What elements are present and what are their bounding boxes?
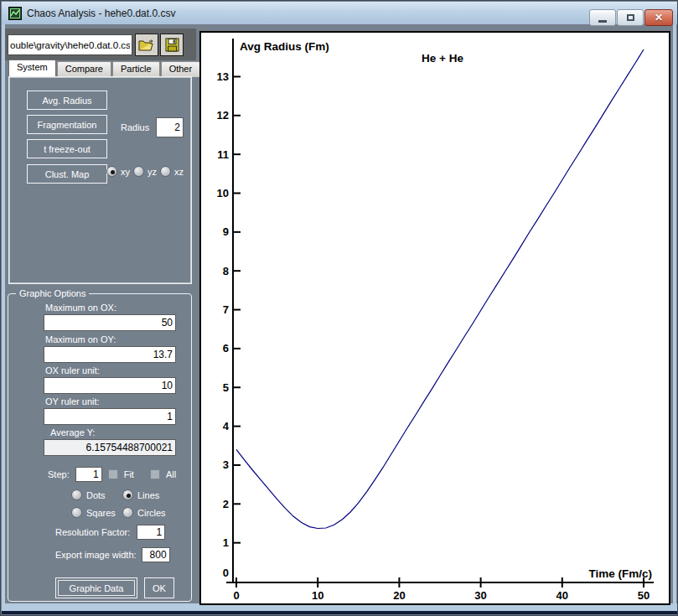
window-frame-bottom-edge bbox=[2, 611, 678, 614]
all-label: All bbox=[166, 469, 176, 479]
plane-xz-radio[interactable] bbox=[160, 166, 171, 177]
y-tick-label: 1 bbox=[223, 536, 229, 549]
lines-label: Lines bbox=[137, 490, 159, 500]
tab-compare[interactable]: Compare bbox=[57, 61, 111, 77]
open-folder-icon bbox=[138, 39, 155, 52]
average-y-field bbox=[44, 439, 176, 456]
export-width-input[interactable] bbox=[142, 547, 170, 562]
chart-svg: 01234567891011121301020304050Avg Radius … bbox=[201, 33, 669, 603]
y-tick-label: 10 bbox=[217, 187, 229, 199]
x-tick-label: 50 bbox=[638, 589, 650, 602]
max-ox-input[interactable] bbox=[44, 314, 176, 331]
dots-radio[interactable] bbox=[71, 489, 82, 500]
y-tick-label: 13 bbox=[217, 70, 229, 83]
x-tick-label: 10 bbox=[312, 589, 323, 602]
y-tick-label: 5 bbox=[223, 381, 229, 394]
export-width-label: Export image width: bbox=[55, 550, 137, 560]
minimize-button[interactable] bbox=[589, 9, 616, 26]
open-file-button[interactable] bbox=[135, 34, 158, 56]
sqares-radio[interactable] bbox=[71, 507, 82, 518]
y-tick-label: 8 bbox=[223, 265, 229, 277]
x-tick-label: 0 bbox=[233, 589, 239, 602]
minimize-icon bbox=[598, 20, 607, 23]
app-window: Chaos Analysis - hehe0.dat.0.csv ✕ bbox=[0, 0, 678, 616]
plane-yz-radio[interactable] bbox=[133, 166, 144, 177]
dots-label: Dots bbox=[86, 490, 118, 500]
ok-button[interactable]: OK bbox=[144, 577, 174, 598]
y-axis-title: Avg Radius (Fm) bbox=[240, 40, 329, 53]
fit-label: Fit bbox=[124, 469, 134, 479]
chart-title: He + He bbox=[422, 52, 463, 65]
graphic-options-group: Graphic Options Maximum on OX: Maximum o… bbox=[8, 293, 192, 602]
x-tick-label: 20 bbox=[393, 589, 405, 602]
maximize-button[interactable] bbox=[617, 9, 644, 26]
file-path-input[interactable] bbox=[8, 34, 132, 55]
y-tick-label: 7 bbox=[223, 303, 229, 316]
window-frame-right bbox=[673, 24, 676, 605]
average-y-label: Average Y: bbox=[50, 427, 95, 437]
y-tick-label: 4 bbox=[223, 420, 230, 432]
ox-ruler-input[interactable] bbox=[44, 377, 176, 394]
max-oy-input[interactable] bbox=[44, 346, 176, 363]
y-tick-label: 9 bbox=[223, 225, 229, 238]
titlebar: Chaos Analysis - hehe0.dat.0.csv ✕ bbox=[2, 2, 678, 24]
plane-yz-label: yz bbox=[148, 167, 157, 177]
system-tab-page: Avg. Radius Fragmentation t freeze-out C… bbox=[8, 76, 192, 284]
y-tick-label: 6 bbox=[223, 342, 229, 355]
radius-input[interactable] bbox=[156, 117, 184, 137]
app-icon bbox=[8, 7, 22, 20]
fragmentation-button[interactable]: Fragmentation bbox=[27, 115, 107, 134]
resolution-factor-label: Resolution Factor: bbox=[55, 527, 130, 537]
oy-ruler-label: OY ruler unit: bbox=[45, 396, 100, 406]
graphic-options-legend: Graphic Options bbox=[16, 288, 89, 298]
oy-ruler-input[interactable] bbox=[44, 408, 176, 425]
tab-other[interactable]: Other bbox=[161, 61, 201, 77]
chart-panel: 01234567891011121301020304050Avg Radius … bbox=[199, 31, 670, 605]
x-tick-label: 40 bbox=[556, 589, 568, 602]
circles-label: Circles bbox=[137, 508, 166, 518]
close-icon: ✕ bbox=[655, 13, 663, 23]
maximize-icon bbox=[627, 14, 634, 21]
y-tick-label: 0 bbox=[223, 567, 229, 579]
lines-radio[interactable] bbox=[122, 489, 133, 500]
all-checkbox[interactable] bbox=[150, 469, 160, 479]
y-tick-label: 11 bbox=[217, 148, 229, 161]
y-tick-label: 3 bbox=[223, 458, 229, 471]
fit-checkbox[interactable] bbox=[108, 469, 118, 479]
tab-particle[interactable]: Particle bbox=[112, 61, 160, 77]
resolution-factor-input[interactable] bbox=[137, 525, 165, 540]
plane-xz-label: xz bbox=[174, 167, 184, 177]
save-file-button[interactable] bbox=[160, 34, 184, 56]
window-title: Chaos Analysis - hehe0.dat.0.csv bbox=[27, 8, 175, 19]
window-frame-left bbox=[2, 24, 5, 605]
ox-ruler-label: OX ruler unit: bbox=[45, 365, 100, 375]
x-axis-title: Time (Fm/c) bbox=[588, 567, 652, 580]
tab-strip: System Compare Particle Other bbox=[8, 60, 201, 77]
graphic-data-button[interactable]: Graphic Data bbox=[55, 577, 137, 598]
save-floppy-icon bbox=[165, 38, 179, 52]
radius-label: Radius bbox=[121, 122, 149, 132]
step-input[interactable] bbox=[75, 467, 102, 482]
avg-radius-button[interactable]: Avg. Radius bbox=[27, 91, 107, 110]
max-oy-label: Maximum on OY: bbox=[45, 334, 116, 344]
sqares-label: Sqares bbox=[86, 508, 118, 518]
x-tick-label: 30 bbox=[474, 589, 486, 602]
t-freeze-out-button[interactable]: t freeze-out bbox=[27, 139, 107, 158]
data-curve bbox=[236, 49, 644, 529]
circles-radio[interactable] bbox=[122, 507, 133, 518]
tab-system[interactable]: System bbox=[8, 60, 56, 77]
clust-map-button[interactable]: Clust. Map bbox=[27, 164, 107, 184]
plane-xy-label: xy bbox=[121, 167, 130, 177]
file-toolbar bbox=[5, 28, 196, 60]
close-button[interactable]: ✕ bbox=[644, 9, 673, 26]
y-tick-label: 2 bbox=[223, 498, 229, 510]
max-ox-label: Maximum on OX: bbox=[45, 303, 116, 313]
plane-xy-radio[interactable] bbox=[106, 166, 117, 177]
step-label: Step: bbox=[48, 469, 70, 479]
y-tick-label: 12 bbox=[217, 109, 229, 122]
